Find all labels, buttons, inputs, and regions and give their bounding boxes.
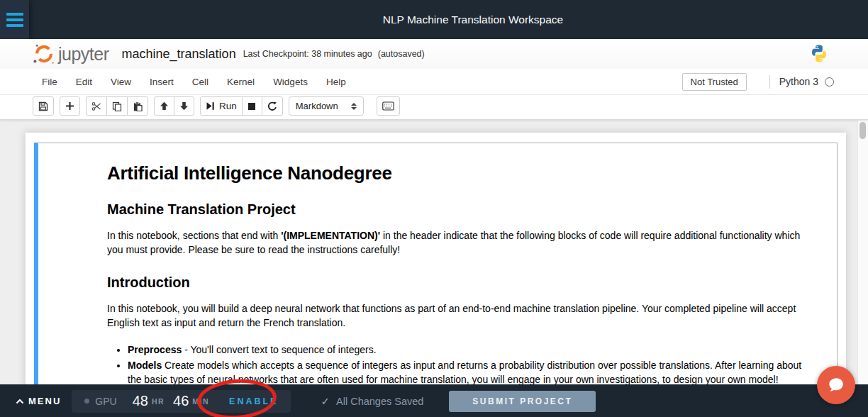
run-button[interactable]: Run <box>200 96 243 116</box>
cell-bullet-list: Preprocess - You'll convert text to sequ… <box>107 343 810 384</box>
menu-edit[interactable]: Edit <box>67 70 101 94</box>
list-item: Preprocess - You'll convert text to sequ… <box>128 343 810 357</box>
paste-cell-button[interactable] <box>127 96 148 116</box>
cell-type-value: Markdown <box>296 101 338 111</box>
move-down-button[interactable] <box>174 96 194 116</box>
submit-project-button[interactable]: SUBMIT PROJECT <box>449 391 596 412</box>
gpu-status-dot-icon <box>84 399 89 404</box>
notebook-chrome: jupyter machine_translation Last Checkpo… <box>0 39 868 120</box>
menu-file[interactable]: File <box>33 70 67 94</box>
status-bar: MENU GPU 48 HR 46 MIN ENABLE ✓ All Chang… <box>0 384 868 417</box>
python-logo-icon <box>810 44 828 63</box>
menu-bar: File Edit View Insert Cell Kernel Widget… <box>0 69 868 95</box>
restart-icon <box>267 101 277 111</box>
stop-icon <box>247 102 256 111</box>
save-button[interactable] <box>33 96 54 116</box>
trust-notebook-button[interactable]: Not Trusted <box>682 73 747 91</box>
cell-heading-introduction: Introduction <box>107 274 810 291</box>
chat-button[interactable] <box>817 366 855 404</box>
kernel-idle-icon <box>825 77 834 87</box>
save-status-label: All Changes Saved <box>336 396 423 407</box>
gpu-minutes-value: 46 <box>173 393 189 409</box>
vertical-scrollbar[interactable] <box>857 120 868 384</box>
scrollbar-thumb[interactable] <box>859 122 866 139</box>
chevron-up-icon <box>16 399 24 404</box>
notebook-header: jupyter machine_translation Last Checkpo… <box>0 39 868 69</box>
workspace-menu-toggle[interactable]: MENU <box>16 396 61 406</box>
menu-help[interactable]: Help <box>317 70 355 94</box>
gpu-label: GPU <box>95 396 116 407</box>
save-status: ✓ All Changes Saved <box>321 395 423 408</box>
gpu-minutes-unit: MIN <box>192 397 209 406</box>
workspace-title: NLP Machine Translation Workspace <box>383 0 563 39</box>
notebook-title[interactable]: machine_translation <box>122 47 236 62</box>
keyboard-icon <box>382 101 394 111</box>
gpu-enable-button[interactable]: ENABLE <box>229 396 278 406</box>
menu-widgets[interactable]: Widgets <box>264 70 317 94</box>
gpu-hours-value: 48 <box>133 393 148 409</box>
cell-type-select[interactable]: Markdown <box>289 96 364 116</box>
list-item: Models Create models which accepts a seq… <box>128 358 810 384</box>
select-arrows-icon <box>351 103 357 110</box>
jupyter-logo-icon: jupyter <box>33 43 109 65</box>
workspace-screen: NLP Machine Translation Workspace jupyte… <box>0 0 868 417</box>
divider <box>769 75 770 89</box>
save-icon <box>38 101 48 111</box>
plus-icon <box>65 101 74 111</box>
app-bar: NLP Machine Translation Workspace <box>0 0 868 39</box>
cell-heading-1: Artificial Intelligence Nanodegree <box>107 162 810 184</box>
arrow-up-icon <box>160 101 169 111</box>
notebook-container: Artificial Intelligence Nanodegree Machi… <box>26 133 846 384</box>
menu-insert[interactable]: Insert <box>140 70 183 94</box>
kernel-name: Python 3 <box>779 76 818 87</box>
autosave-status: (autosaved) <box>378 49 425 59</box>
sidebar-toggle[interactable] <box>0 0 29 39</box>
notebook-content-area: Artificial Intelligence Nanodegree Machi… <box>0 120 868 384</box>
menu-toggle-label: MENU <box>28 396 61 406</box>
markdown-cell-selected[interactable]: Artificial Intelligence Nanodegree Machi… <box>34 143 838 384</box>
cell-heading-project: Machine Translation Project <box>107 201 810 218</box>
toolbar: Run Markdown <box>0 95 868 119</box>
menu-view[interactable]: View <box>101 70 140 94</box>
command-palette-button[interactable] <box>377 96 400 116</box>
run-icon <box>206 101 215 111</box>
gpu-time-panel: GPU 48 HR 46 MIN ENABLE <box>72 390 291 413</box>
cut-icon <box>91 101 101 111</box>
check-icon: ✓ <box>321 395 330 408</box>
gpu-hours-unit: HR <box>152 397 165 406</box>
chat-bubble-icon <box>827 376 845 394</box>
cell-paragraph-1: In this notebook, sections that end with… <box>107 228 810 257</box>
copy-icon <box>112 101 122 111</box>
copy-cell-button[interactable] <box>106 96 128 116</box>
menu-kernel[interactable]: Kernel <box>218 70 264 94</box>
move-up-button[interactable] <box>154 96 174 116</box>
stop-button[interactable] <box>242 96 262 116</box>
cell-paragraph-2: In this notebook, you will build a deep … <box>107 301 810 330</box>
add-cell-button[interactable] <box>60 96 80 116</box>
menu-cell[interactable]: Cell <box>183 70 218 94</box>
arrow-down-icon <box>179 101 189 111</box>
menu-bar-right: Not Trusted Python 3 <box>682 73 868 91</box>
checkpoint-status: Last Checkpoint: 38 minutes ago <box>243 49 372 59</box>
hamburger-menu-icon <box>6 13 23 27</box>
run-button-label: Run <box>219 101 237 111</box>
jupyter-logo-text: jupyter <box>58 44 109 65</box>
cut-cell-button[interactable] <box>86 96 107 116</box>
paste-icon <box>133 101 143 111</box>
restart-kernel-button[interactable] <box>262 96 283 116</box>
